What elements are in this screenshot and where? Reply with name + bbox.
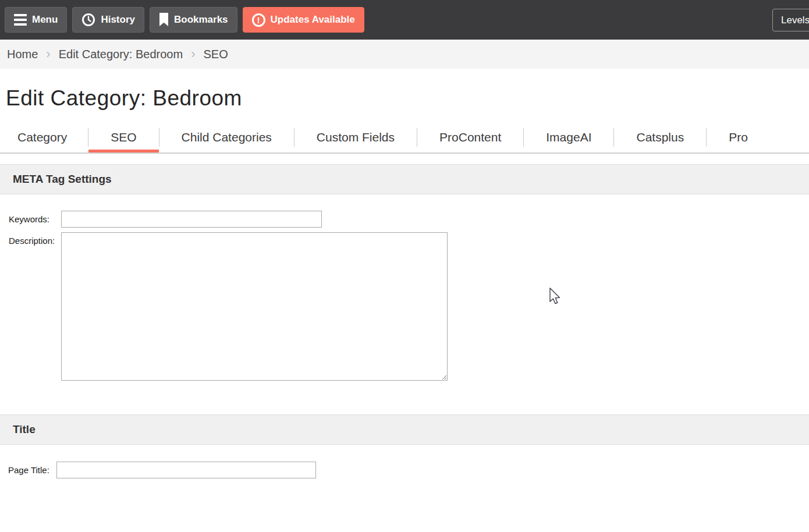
description-textarea[interactable] — [61, 232, 448, 381]
title-section-header: Title — [0, 414, 809, 445]
description-row: Description: — [0, 232, 809, 381]
breadcrumb-edit-category[interactable]: Edit Category: Bedroom — [59, 48, 183, 61]
tab-imageai[interactable]: ImageAI — [524, 122, 613, 152]
alert-circle-icon: ! — [252, 13, 265, 27]
tab-custom-fields[interactable]: Custom Fields — [294, 122, 417, 152]
chevron-right-icon: › — [46, 47, 50, 62]
keywords-label: Keywords: — [0, 211, 61, 224]
breadcrumb-home[interactable]: Home — [7, 48, 38, 61]
description-label: Description: — [0, 232, 61, 246]
keywords-row: Keywords: — [0, 211, 809, 228]
menu-button[interactable]: Menu — [5, 7, 67, 33]
clock-icon — [81, 13, 95, 27]
page-title-label: Page Title: — [0, 462, 56, 475]
tab-pro[interactable]: Pro — [707, 122, 770, 152]
history-button[interactable]: History — [72, 7, 144, 33]
levels-button-label: Levels — [781, 15, 809, 26]
top-toolbar: Menu History Bookmarks ! Updates Availab… — [0, 0, 809, 40]
tab-seo[interactable]: SEO — [88, 122, 158, 152]
updates-available-button[interactable]: ! Updates Available — [243, 7, 364, 33]
tab-catsplus[interactable]: Catsplus — [614, 122, 706, 152]
breadcrumb: Home › Edit Category: Bedroom › SEO — [0, 40, 809, 69]
bookmark-icon — [159, 13, 169, 27]
section-title: Title — [13, 423, 36, 436]
history-button-label: History — [101, 14, 135, 26]
tab-child-categories[interactable]: Child Categories — [159, 122, 294, 152]
updates-available-label: Updates Available — [271, 14, 355, 26]
chevron-right-icon: › — [191, 47, 195, 62]
keywords-input[interactable] — [61, 211, 322, 228]
section-title: META Tag Settings — [13, 173, 112, 186]
menu-button-label: Menu — [32, 14, 58, 26]
meta-tag-settings-header: META Tag Settings — [0, 164, 809, 194]
bookmarks-button[interactable]: Bookmarks — [150, 7, 237, 33]
breadcrumb-seo[interactable]: SEO — [203, 48, 228, 61]
page-title: Edit Category: Bedroom — [6, 86, 809, 111]
bookmarks-button-label: Bookmarks — [174, 14, 228, 26]
tab-procontent[interactable]: ProContent — [417, 122, 523, 152]
page-title-input[interactable] — [56, 462, 316, 478]
hamburger-icon — [14, 14, 27, 26]
tab-category[interactable]: Category — [0, 122, 88, 152]
meta-tag-settings-fields: Keywords: Description: — [0, 194, 809, 381]
tab-bar: Category SEO Child Categories Custom Fie… — [0, 122, 809, 154]
page-title-row: Page Title: — [0, 462, 809, 478]
levels-button[interactable]: Levels — [772, 9, 809, 31]
